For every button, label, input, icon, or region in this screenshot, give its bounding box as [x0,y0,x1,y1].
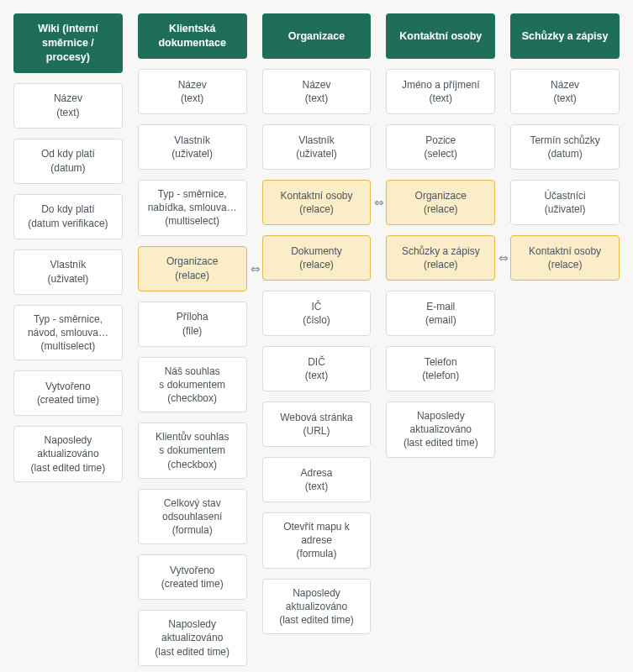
field-cell: Název(text) [510,69,620,114]
cell-line: DIČ [308,355,325,369]
field-cell: Náš souhlass dokumentem(checkbox) [138,357,247,413]
field-cell: Jméno a příjmení(text) [386,69,495,114]
cell-line: adrese [301,533,332,547]
field-cell: Účastníci(uživatel) [510,180,620,225]
field-cell: Naposledyaktualizováno(last edited time) [138,610,247,666]
cell-line: aktualizováno [37,447,98,460]
cell-line: (relace) [424,258,458,271]
cell-line: aktualizováno [410,423,472,436]
cell-line: Typ - směrnice, [34,312,103,326]
cell-line: (last edited time) [155,645,229,659]
field-cell: Vlastník(uživatel) [138,124,247,170]
column-2: OrganizaceNázev(text)Vlastník(uživatel)K… [262,13,372,634]
cell-line: aktualizováno [161,631,223,644]
cell-line: Webová stránka [280,411,353,424]
field-cell: Naposledyaktualizováno(last edited time) [262,579,372,635]
field-cell: Telefon(telefon) [386,346,495,391]
cell-line: (multiselect) [41,339,96,353]
column-3: Kontaktní osobyJméno a příjmení(text)Poz… [386,13,495,458]
cell-line: Naposledy [417,409,465,423]
field-cell: Naposledyaktualizováno(last edited time) [13,426,123,482]
field-cell: DIČ(text) [262,346,372,391]
field-cell: E-mail(email) [386,291,495,336]
column-header: Kontaktní osoby [386,13,495,59]
relation-arrow-icon: ⇔ [374,195,384,211]
cell-line: Od kdy platí [41,147,95,160]
cell-line: (text) [305,92,328,105]
cell-line: (telefon) [422,369,459,382]
cell-line: (last edited time) [279,613,354,627]
field-cell: Typ - směrnice,nabídka, smlouva…(multise… [138,180,247,236]
cell-line: (multiselect) [165,214,219,228]
column-1: Klientská dokumentaceNázev(text)Vlastník… [138,13,247,666]
cell-line: (formula) [296,547,336,560]
cell-line: odsouhlasení [162,510,222,523]
cell-line: (datum) [547,147,582,160]
column-4: Schůzky a zápisyNázev(text)Termín schůzk… [510,13,620,281]
field-cell-relation: Organizace(relace) [386,180,495,225]
cell-line: (datum) [50,161,85,175]
cell-line: (relace) [299,202,334,216]
cell-line: Celkový stav [164,496,221,510]
cell-line: Naposledy [168,617,216,631]
relation-arrow-icon: ⇔ [251,260,261,276]
cell-line: (last edited time) [31,461,106,475]
cell-line: nabídka, smlouva… [148,201,237,214]
field-cell: Celkový stavodsouhlasení(formula) [138,489,247,545]
field-cell: Název(text) [262,69,372,114]
cell-line: Vlastník [174,134,210,147]
cell-line: Dokumenty [291,244,342,258]
column-header: Wiki (interní směrnice / procesy) [13,13,123,73]
cell-line: Název [302,78,330,92]
cell-line: IČ [311,300,321,313]
cell-line: Schůzky a zápisy [402,244,480,258]
cell-line: (datum verifikace) [28,217,108,230]
cell-line: (checkbox) [167,391,217,405]
cell-line: E-mail [426,300,455,313]
column-header: Organizace [262,13,372,59]
field-cell: Webová stránka(URL) [262,402,372,447]
cell-line: Otevřít mapu k [283,520,350,533]
cell-line: (relace) [299,258,334,271]
cell-line: (text) [305,369,328,382]
cell-line: (created time) [161,577,224,591]
cell-line: (text) [181,92,203,105]
field-cell: IČ(číslo) [262,291,372,336]
field-cell: Vytvořeno(created time) [13,370,123,416]
field-cell: Vlastník(uživatel) [13,249,123,295]
cell-line: (created time) [37,393,99,407]
cell-line: Naposledy [293,586,340,600]
cell-line: Název [54,92,82,105]
cell-line: Telefon [425,355,457,369]
cell-line: Účastníci [544,189,585,202]
cell-line: (file) [182,324,202,338]
cell-line: Vytvořeno [170,564,215,577]
cell-line: (číslo) [303,313,330,327]
cell-line: Termín schůzky [530,134,599,147]
cell-line: návod, smlouva… [28,326,108,339]
field-cell-relation: Dokumenty(relace) [262,235,372,281]
cell-line: Příloha [177,310,208,323]
cell-line: (URL) [303,424,330,438]
column-header: Klientská dokumentace [138,13,247,59]
cell-line: Vlastník [298,134,335,147]
cell-line: (text) [553,92,576,105]
cell-line: (last edited time) [404,436,478,449]
cell-line: Kontaktní osoby [529,244,601,258]
cell-line: Typ - směrnice, [158,187,227,201]
cell-line: (uživatel) [545,202,586,216]
cell-line: (formula) [172,523,213,537]
cell-line: (checkbox) [167,458,217,471]
field-cell: Pozice(select) [386,124,495,170]
cell-line: Adresa [300,466,332,480]
cell-line: (text) [430,92,452,105]
column-header: Schůzky a zápisy [510,13,620,59]
cell-line: (uživatel) [171,147,213,160]
field-cell: Vlastník(uživatel) [262,124,372,170]
cell-line: s dokumentem [159,378,225,391]
cell-line: Pozice [425,134,456,147]
cell-line: (relace) [548,258,583,271]
cell-line: Organizace [415,189,467,202]
field-cell: Naposledyaktualizováno(last edited time) [386,402,495,458]
cell-line: (relace) [175,269,209,282]
